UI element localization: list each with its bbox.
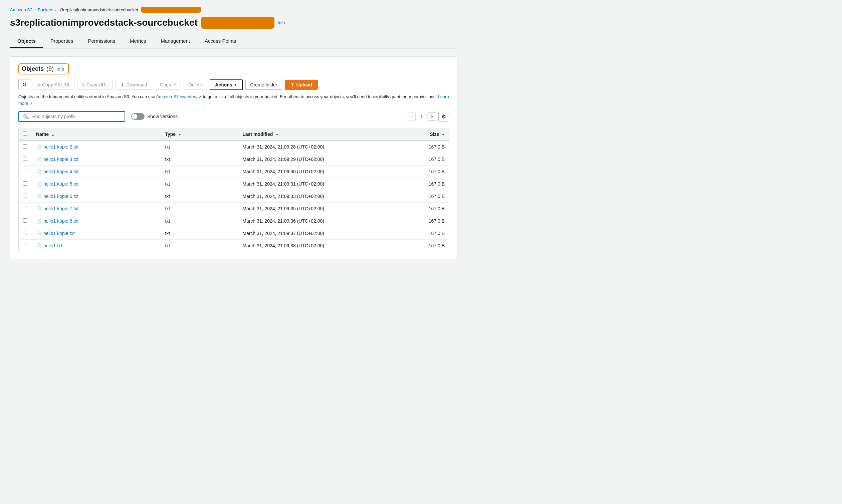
file-icon-3: 📄 [36,182,41,186]
row-checkbox-cell [19,227,32,240]
copy-s3-uri-button[interactable]: ⎘ Copy S3 URI [33,80,74,90]
breadcrumb-buckets[interactable]: Buckets [38,7,53,12]
row-modified-cell: March 31, 2024, 21:09:37 (UTC+02:00) [238,227,376,240]
row-name-cell: 📄 hello1 kopie 4.txt [32,165,161,178]
file-link-8[interactable]: 📄 hello1.txt [36,243,157,248]
search-input[interactable] [31,114,121,119]
description-text: Objects are the fundamental entities sto… [18,93,449,107]
row-modified-cell: March 31, 2024, 21:09:30 (UTC+02:00) [238,165,376,178]
header-size[interactable]: Size [376,128,449,141]
row-type-cell: txt [161,190,238,203]
page-title: s3replicationimprovedstack-sourcebucket … [10,17,458,29]
row-checkbox-5[interactable] [23,206,27,210]
header-type[interactable]: Type [161,128,238,141]
table-settings-button[interactable]: ⚙ [438,112,449,122]
row-size-cell: 167.0 B [376,203,449,215]
current-page-number: 1 [418,112,426,121]
actions-button[interactable]: Actions ▼ [210,79,243,90]
table-row: 📄 hello1 kopie 2.txt txt March 31, 2024,… [19,141,449,153]
row-checkbox-4[interactable] [23,194,27,198]
amazon-s3-inventory-link[interactable]: Amazon S3 inventory [156,94,198,99]
next-page-button[interactable]: > [428,112,436,121]
row-checkbox-6[interactable] [23,218,27,223]
toolbar: ↻ ⎘ Copy S3 URI ⎘ Copy URL ⬇ Download Op… [18,79,449,90]
row-size-cell: 167.0 B [376,178,449,190]
objects-info-link[interactable]: Info [56,67,64,72]
row-checkbox-3[interactable] [23,181,27,185]
row-name-cell: 📄 hello1.txt [32,240,161,252]
file-icon-1: 📄 [36,157,41,162]
select-all-checkbox[interactable] [23,131,27,136]
row-size-cell: 167.0 B [376,153,449,165]
file-icon-6: 📄 [36,219,41,223]
row-size-cell: 167.0 B [376,165,449,178]
delete-button[interactable]: Delete [184,80,207,90]
file-icon-2: 📄 [36,169,41,174]
row-type-cell: txt [161,178,238,190]
tab-permissions[interactable]: Permissions [80,35,123,48]
objects-header-box: Objects (9) Info [18,64,69,74]
row-name-cell: 📄 hello1 kopie 8.txt [32,215,161,227]
row-type-cell: txt [161,141,238,153]
create-folder-button[interactable]: Create folder [245,80,283,90]
file-link-3[interactable]: 📄 hello1 kopie 5.txt [36,181,157,186]
modified-sort-icon [275,132,279,137]
page-title-redacted-badge [201,17,274,29]
file-link-4[interactable]: 📄 hello1 kopie 6.txt [36,194,157,199]
tab-management[interactable]: Management [153,35,197,48]
header-checkbox-col [19,128,32,141]
row-modified-cell: March 31, 2024, 21:09:38 (UTC+02:00) [238,240,376,252]
row-type-cell: txt [161,203,238,215]
tabs-bar: Objects Properties Permissions Metrics M… [10,35,458,49]
file-icon-5: 📄 [36,206,41,211]
file-link-0[interactable]: 📄 hello1 kopie 2.txt [36,144,157,149]
pagination-controls: < 1 > ⚙ [407,112,449,122]
table-header-row: Name Type Last modified Size [19,128,449,141]
file-link-1[interactable]: 📄 hello1 kopie 3.txt [36,157,157,162]
row-checkbox-cell [19,178,32,190]
header-name[interactable]: Name [32,128,161,141]
row-name-cell: 📄 hello1 kopie.txt [32,227,161,240]
page-title-info-link[interactable]: Info [278,20,285,25]
show-versions-toggle[interactable] [131,113,145,120]
type-sort-icon [178,132,181,137]
file-link-5[interactable]: 📄 hello1 kopie 7.txt [36,206,157,211]
tab-metrics[interactable]: Metrics [123,35,153,48]
table-row: 📄 hello1 kopie 8.txt txt March 31, 2024,… [19,215,449,227]
table-row: 📄 hello1 kopie 3.txt txt March 31, 2024,… [19,153,449,165]
upload-button[interactable]: ⬆ Upload [285,80,318,90]
row-checkbox-0[interactable] [23,144,27,148]
header-last-modified[interactable]: Last modified [238,128,376,141]
file-link-6[interactable]: 📄 hello1 kopie 8.txt [36,218,157,223]
download-button[interactable]: ⬇ Download [115,80,152,90]
row-name-cell: 📄 hello1 kopie 6.txt [32,190,161,203]
row-name-cell: 📄 hello1 kopie 5.txt [32,178,161,190]
table-row: 📄 hello1 kopie 6.txt txt March 31, 2024,… [19,190,449,203]
row-checkbox-1[interactable] [23,157,27,161]
objects-section-count: (9) [47,66,54,72]
row-checkbox-8[interactable] [23,243,27,247]
breadcrumb-sep-2: › [55,7,56,12]
table-row: 📄 hello1.txt txt March 31, 2024, 21:09:3… [19,240,449,252]
breadcrumb-amazon-s3[interactable]: Amazon S3 [10,7,32,12]
file-link-2[interactable]: 📄 hello1 kopie 4.txt [36,169,157,174]
file-link-7[interactable]: 📄 hello1 kopie.txt [36,231,157,236]
row-checkbox-cell [19,190,32,203]
open-button[interactable]: Open ↗ [155,80,181,90]
open-external-icon: ↗ [173,83,176,87]
row-checkbox-2[interactable] [23,169,27,173]
prev-page-button[interactable]: < [407,112,416,121]
objects-section-title: Objects [22,66,44,72]
row-size-cell: 167.0 B [376,141,449,153]
refresh-button[interactable]: ↻ [18,79,30,90]
row-checkbox-cell [19,153,32,165]
tab-access-points[interactable]: Access Points [197,35,244,48]
table-row: 📄 hello1 kopie 4.txt txt March 31, 2024,… [19,165,449,178]
copy-url-button[interactable]: ⎘ Copy URL [77,80,113,90]
file-icon-8: 📄 [36,243,41,248]
tab-objects[interactable]: Objects [10,35,43,48]
show-versions-label: Show versions [147,114,178,119]
copy-icon-s3: ⎘ [38,82,40,87]
tab-properties[interactable]: Properties [43,35,80,48]
row-checkbox-7[interactable] [23,231,27,235]
